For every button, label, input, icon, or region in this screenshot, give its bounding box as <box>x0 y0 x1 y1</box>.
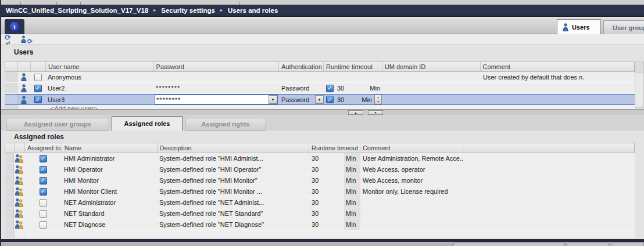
role-row[interactable]: HMI Monitor Client System-defined role "… <box>5 186 635 197</box>
assigned-checkbox[interactable] <box>40 166 47 173</box>
user-enabled-checkbox[interactable] <box>34 74 42 81</box>
header-description[interactable]: Description <box>158 143 310 153</box>
user-row[interactable]: User3 ******** ▾ Password ▾ <box>5 94 635 105</box>
authentication-cell[interactable]: Password ▾ <box>279 83 324 93</box>
row-header[interactable] <box>5 186 14 197</box>
pane-splitter[interactable]: ▲ ▼ <box>1 109 644 115</box>
user-name-cell[interactable]: User3 <box>45 95 153 104</box>
runtime-timeout-cell[interactable]: 30 Min <box>309 153 360 164</box>
row-header[interactable] <box>5 197 14 208</box>
role-name-cell[interactable]: HMI Monitor Client <box>62 186 157 197</box>
header-assigned-to[interactable]: Assigned to <box>25 143 62 153</box>
role-name-cell[interactable]: NET Diagnose <box>62 219 157 230</box>
user-enabled-checkbox[interactable] <box>34 96 42 103</box>
password-field[interactable]: ******** ▾ <box>155 95 278 104</box>
users-table-scrollbar[interactable] <box>635 62 644 108</box>
runtime-timeout-cell[interactable]: 30 Min ▴▾ <box>324 95 382 104</box>
password-cell[interactable]: ******** ▾ <box>153 95 279 104</box>
row-header[interactable] <box>5 72 17 82</box>
role-description-cell[interactable]: System-defined role "HMI Administ... <box>157 153 309 164</box>
user-name-cell[interactable]: User2 <box>45 83 153 93</box>
um-domain-cell[interactable] <box>382 72 481 82</box>
comment-cell[interactable]: User created by default that does n. <box>481 72 635 82</box>
user-name-cell[interactable]: Anonymous <box>45 72 153 82</box>
runtime-timeout-cell[interactable]: 30 Min <box>309 175 360 186</box>
role-comment-cell[interactable]: Monitor only, License required <box>360 186 463 197</box>
role-description-cell[interactable]: System-defined role "HMI Monitor ... <box>157 186 309 197</box>
role-comment-cell[interactable] <box>360 208 463 219</box>
header-authentication[interactable]: Authentication .. <box>279 62 324 71</box>
header-runtime-timeout[interactable]: Runtime timeout <box>309 143 360 153</box>
password-cell[interactable]: ******** ▾ <box>153 83 279 93</box>
header-comment[interactable]: Comment <box>360 143 463 153</box>
runtime-timeout-cell[interactable]: 30 Min <box>309 219 360 230</box>
user-row[interactable]: User2 ******** ▾ Password ▾ <box>5 83 635 94</box>
row-header[interactable] <box>5 83 17 93</box>
role-description-cell[interactable]: System-defined role "NET Diagnose" <box>157 219 309 230</box>
role-comment-cell[interactable]: Web Access, operator <box>360 164 463 175</box>
header-user-name[interactable]: User name <box>46 62 154 71</box>
role-name-cell[interactable]: HMI Monitor <box>62 175 157 186</box>
role-comment-cell[interactable]: User Administration, Remote Acce... <box>360 153 463 164</box>
timeout-spinner[interactable]: ▴▾ <box>374 95 382 104</box>
timeout-checkbox[interactable] <box>326 85 334 92</box>
assigned-checkbox[interactable] <box>40 177 47 184</box>
timeout-checkbox[interactable] <box>326 96 334 103</box>
role-comment-cell[interactable] <box>360 197 463 208</box>
refresh-user-button[interactable]: ⟳ <box>21 35 31 44</box>
role-comment-cell[interactable] <box>360 219 463 230</box>
role-name-cell[interactable]: HMI Administrator <box>62 153 157 164</box>
row-header[interactable] <box>5 164 14 175</box>
password-field[interactable]: ******** ▾ <box>155 84 278 93</box>
password-field[interactable]: ▾ <box>155 73 278 82</box>
splitter-up-button[interactable]: ▲ <box>348 110 363 115</box>
add-new-user-row[interactable]: <Add new user> <box>5 105 635 109</box>
row-header[interactable] <box>5 153 14 164</box>
assigned-checkbox[interactable] <box>40 221 47 229</box>
assigned-checkbox[interactable] <box>40 210 47 218</box>
breadcrumb-security-settings[interactable]: Security settings <box>161 7 215 14</box>
header-runtime-timeout[interactable]: Runtime timeout <box>324 62 382 71</box>
row-header[interactable] <box>5 95 17 104</box>
runtime-timeout-cell[interactable]: 30 Min <box>309 208 360 219</box>
tab-users[interactable]: Users <box>557 19 601 34</box>
um-domain-cell[interactable] <box>382 95 481 104</box>
user-row[interactable]: Anonymous ▾ ▾ <box>5 72 635 83</box>
assigned-checkbox[interactable] <box>40 199 47 207</box>
tab-assigned-roles[interactable]: Assigned roles <box>112 116 183 131</box>
role-description-cell[interactable]: System-defined role "NET Standard" <box>157 208 309 219</box>
tab-assigned-user-groups[interactable]: Assigned user groups <box>6 118 109 131</box>
header-row-selector[interactable] <box>5 143 15 153</box>
comment-cell[interactable] <box>481 95 635 104</box>
comment-cell[interactable] <box>481 83 635 93</box>
role-row[interactable]: HMI Monitor System-defined role "HMI Mon… <box>5 175 635 186</box>
sync-users-button[interactable]: ⟳ ⇄ <box>5 35 15 44</box>
role-name-cell[interactable]: NET Standard <box>62 208 157 219</box>
role-row[interactable]: HMI Administrator System-defined role "H… <box>5 153 635 164</box>
user-enabled-checkbox[interactable] <box>34 85 42 92</box>
tab-assigned-rights[interactable]: Assigned rights <box>185 118 266 131</box>
header-enabled-col[interactable] <box>31 62 46 71</box>
header-icon-col[interactable] <box>18 62 31 71</box>
breadcrumb-users-and-roles[interactable]: Users and roles <box>228 7 278 14</box>
breadcrumb-project[interactable]: WinCC_Unified_Scripting_Solution_V17_V18 <box>6 7 148 14</box>
row-header[interactable] <box>5 208 14 219</box>
header-icon-col[interactable] <box>15 143 25 153</box>
role-comment-cell[interactable]: Web Access, monitor <box>360 175 463 186</box>
role-row[interactable]: NET Diagnose System-defined role "NET Di… <box>5 219 635 230</box>
role-row[interactable]: NET Standard System-defined role "NET St… <box>5 208 635 219</box>
assigned-checkbox[interactable] <box>40 188 47 196</box>
splitter-down-button[interactable]: ▼ <box>368 110 383 115</box>
role-row[interactable]: HMI Operator System-defined role "HMI Op… <box>5 164 635 175</box>
header-row-selector[interactable] <box>5 62 18 71</box>
assigned-checkbox[interactable] <box>40 155 47 162</box>
role-row[interactable]: NET Administrator System-defined role "N… <box>5 197 635 208</box>
authentication-cell[interactable]: Password ▾ <box>279 95 324 104</box>
role-description-cell[interactable]: System-defined role "HMI Monitor" <box>157 175 309 186</box>
header-name[interactable]: Name <box>62 143 158 153</box>
authentication-dropdown-button[interactable]: ▾ <box>315 95 324 104</box>
header-password[interactable]: Password <box>154 62 280 71</box>
password-cell[interactable]: ▾ <box>153 72 279 82</box>
row-header[interactable] <box>5 219 14 230</box>
row-header[interactable] <box>5 175 14 186</box>
